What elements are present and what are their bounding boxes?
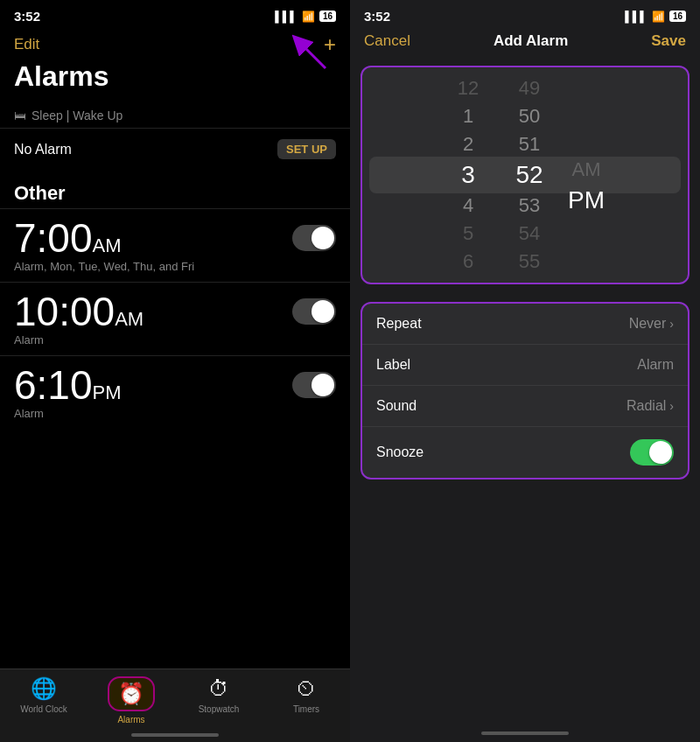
alarm-700am-row: 7:00AM [14,218,336,258]
minute-49: 49 [499,74,560,102]
time-picker[interactable]: 12 1 2 3 4 5 6 49 50 51 52 53 54 55 AM [362,67,688,283]
label-value: Alarm [637,357,674,373]
tab-stopwatch-label: Stopwatch [199,704,240,714]
setup-button[interactable]: SET UP [277,139,336,159]
right-status-icons: ▌▌▌ 📶 16 [625,10,686,23]
tab-timers[interactable]: ⏲ Timers [262,676,350,724]
alarm-settings-container: Repeat Never › Label Alarm Sound Radial … [360,302,690,480]
alarm-1000am-time: 10:00AM [14,291,144,332]
right-signal-icon: ▌▌▌ [625,10,648,23]
snooze-toggle[interactable] [630,439,674,466]
alarm-item-1000am: 10:00AM Alarm [0,282,350,355]
wifi-icon: 📶 [302,10,315,23]
minute-52-selected: 52 [499,158,560,192]
alarm-item-610pm: 6:10PM Alarm [0,355,350,429]
left-time: 3:52 [14,9,40,24]
hours-column[interactable]: 12 1 2 3 4 5 6 [438,74,499,276]
right-status-bar: 3:52 ▌▌▌ 📶 16 [350,0,700,27]
hour-12: 12 [438,74,499,102]
minute-50: 50 [499,102,560,130]
sound-value: Radial › [626,398,674,414]
alarm-700am-period: AM [93,234,122,256]
sound-value-text: Radial [626,398,666,414]
minute-51: 51 [499,130,560,158]
world-clock-icon: 🌐 [31,676,57,701]
tab-timers-label: Timers [293,704,319,714]
label-value-text: Alarm [637,357,674,373]
time-picker-container[interactable]: 12 1 2 3 4 5 6 49 50 51 52 53 54 55 AM [360,66,690,284]
tab-alarms-label: Alarms [117,715,144,724]
edit-button[interactable]: Edit [14,36,39,53]
sleep-wakeup-header: 🛏 Sleep | Wake Up [0,102,350,128]
sound-label: Sound [376,398,416,414]
alarm-610pm-time: 6:10PM [14,365,122,405]
hour-1: 1 [438,102,499,130]
ampm-column[interactable]: AM PM [560,133,612,217]
hour-3-selected: 3 [438,158,499,192]
repeat-chevron-icon: › [669,317,674,331]
label-label: Label [376,357,410,373]
minute-55: 55 [499,248,560,276]
repeat-label: Repeat [376,316,422,332]
left-status-icons: ▌▌▌ 📶 16 [275,10,336,23]
hour-2: 2 [438,130,499,158]
tab-world-clock[interactable]: 🌐 World Clock [0,676,88,724]
alarm-700am-label: Alarm, Mon, Tue, Wed, Thu, and Fri [14,260,336,273]
hour-4: 4 [438,192,499,220]
add-alarm-title: Add Alarm [494,32,568,50]
alarm-1000am-label: Alarm [14,333,336,346]
repeat-row[interactable]: Repeat Never › [362,304,688,345]
no-alarm-label: No Alarm [14,142,72,158]
home-indicator-left [131,733,219,737]
timers-icon: ⏲ [296,676,317,701]
repeat-value: Never › [629,316,674,332]
save-button[interactable]: Save [651,32,686,50]
page-title: Alarms [0,60,350,102]
add-alarm-nav-bar: Cancel Add Alarm Save [350,27,700,59]
sound-chevron-icon: › [669,399,674,413]
alarm-1000am-row: 10:00AM [14,291,336,332]
right-time: 3:52 [364,9,390,24]
ampm-pm-selected: PM [568,184,605,217]
sound-row[interactable]: Sound Radial › [362,386,688,427]
repeat-value-text: Never [629,316,667,332]
alarm-610pm-toggle[interactable] [292,372,336,398]
alarm-610pm-period: PM [93,382,122,403]
tab-stopwatch[interactable]: ⏱ Stopwatch [175,676,262,724]
snooze-row[interactable]: Snooze [362,427,688,478]
snooze-label: Snooze [376,444,424,460]
alarm-610pm-row: 6:10PM [14,365,336,405]
add-alarm-button[interactable]: + [324,32,336,57]
hour-6: 6 [438,248,499,276]
minutes-column[interactable]: 49 50 51 52 53 54 55 [499,74,560,276]
alarm-610pm-label: Alarm [14,407,336,420]
alarm-1000am-period: AM [115,308,144,330]
cancel-button[interactable]: Cancel [364,32,410,50]
tab-world-clock-label: World Clock [20,704,67,714]
minute-53: 53 [499,192,560,220]
home-indicator-right [481,732,569,735]
right-battery-indicator: 16 [669,10,686,22]
signal-icon: ▌▌▌ [275,10,298,23]
tab-bar: 🌐 World Clock ⏰ Alarms ⏱ Stopwatch ⏲ Tim… [0,668,350,742]
alarm-tab-icon-wrap: ⏰ [108,676,155,711]
minute-54: 54 [499,220,560,248]
sleep-wakeup-label: Sleep | Wake Up [32,108,122,122]
ampm-am: AM [572,156,601,184]
right-panel: 3:52 ▌▌▌ 📶 16 Cancel Add Alarm Save 12 1… [350,0,700,742]
tab-alarms[interactable]: ⏰ Alarms [88,676,175,724]
battery-indicator: 16 [319,10,336,22]
label-row[interactable]: Label Alarm [362,345,688,386]
left-top-bar: Edit + [0,27,350,60]
right-wifi-icon: 📶 [652,10,665,23]
left-panel: 3:52 ▌▌▌ 📶 16 Edit + Alarms 🛏 Sleep | Wa… [0,0,350,742]
other-header: Other [0,170,350,208]
no-alarm-row: No Alarm SET UP [0,128,350,170]
alarm-700am-time: 7:00AM [14,218,122,258]
alarm-item-700am: 7:00AM Alarm, Mon, Tue, Wed, Thu, and Fr… [0,208,350,282]
bed-icon: 🛏 [14,108,26,122]
alarm-1000am-toggle[interactable] [292,298,336,325]
alarms-icon: ⏰ [118,682,144,705]
hour-5: 5 [438,220,499,248]
alarm-700am-toggle[interactable] [292,225,336,251]
